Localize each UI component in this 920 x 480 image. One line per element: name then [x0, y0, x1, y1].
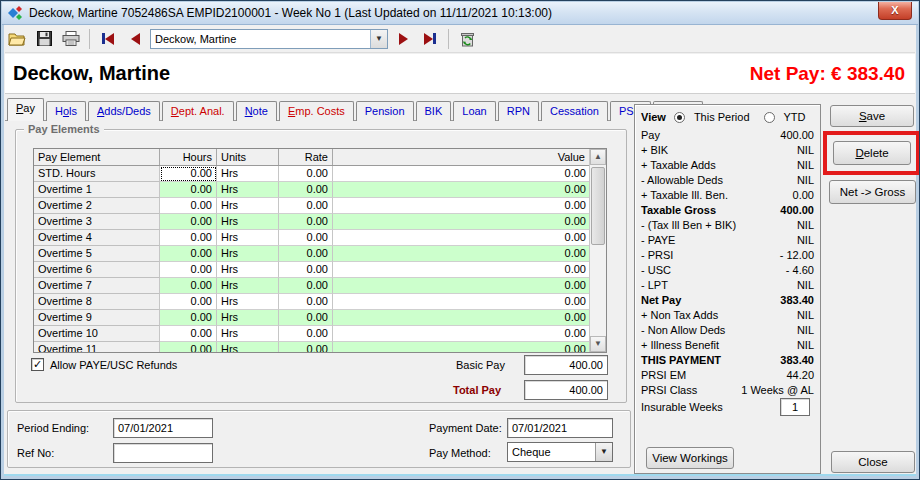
radio-ytd[interactable]	[764, 112, 775, 123]
pay-element-value-cell[interactable]: 0.00	[279, 326, 333, 342]
tab-pension[interactable]: Pension	[356, 101, 414, 121]
pay-element-value-cell[interactable]: Hrs	[217, 294, 279, 310]
tab-bik[interactable]: BIK	[416, 101, 452, 121]
chevron-down-icon[interactable]: ▼	[370, 30, 387, 48]
pay-element-value-cell[interactable]: Hrs	[217, 182, 279, 198]
summary-row-label: THIS PAYMENT	[641, 353, 721, 368]
pay-element-value-cell[interactable]: 0.00	[279, 214, 333, 230]
nav-last-icon[interactable]	[418, 28, 442, 50]
period-ending-input[interactable]	[113, 418, 213, 438]
pay-method-select[interactable]: Cheque ▼	[507, 442, 613, 462]
pay-element-value-cell[interactable]: 0.00	[279, 230, 333, 246]
pay-element-value-cell[interactable]: 0.00	[279, 182, 333, 198]
pay-element-value-cell[interactable]: 0.00	[333, 310, 590, 326]
pay-element-value-cell[interactable]: 0.00	[160, 262, 217, 278]
window-close-button[interactable]: X	[878, 2, 912, 20]
pay-element-value-cell[interactable]: 0.00	[279, 198, 333, 214]
pay-element-value-cell[interactable]: Hrs	[217, 262, 279, 278]
pay-element-value-cell[interactable]: 0.00	[333, 182, 590, 198]
payment-date-input[interactable]	[507, 418, 613, 438]
pay-element-value-cell[interactable]: 0.00	[333, 278, 590, 294]
pay-element-value-cell[interactable]: Hrs	[217, 198, 279, 214]
table-scrollbar[interactable]: ▲ ▼	[589, 149, 606, 352]
pay-element-value-cell[interactable]: 0.00	[279, 294, 333, 310]
total-pay-input[interactable]	[524, 380, 608, 400]
pay-element-value-cell[interactable]: 0.00	[333, 166, 590, 182]
allow-refunds-checkbox[interactable]: ✓	[31, 358, 44, 371]
nav-first-icon[interactable]	[96, 28, 120, 50]
pay-element-value-cell[interactable]: 0.00	[160, 214, 217, 230]
pay-element-value-cell[interactable]: 0.00	[333, 294, 590, 310]
tab-cessation[interactable]: Cessation	[541, 101, 608, 121]
tab-rpn[interactable]: RPN	[498, 101, 539, 121]
pay-element-value-cell[interactable]: 0.00	[160, 342, 217, 353]
insurable-weeks-input[interactable]	[780, 398, 810, 416]
net-to-gross-button[interactable]: Net -> Gross	[829, 180, 916, 204]
tab-emp-costs[interactable]: Emp. Costs	[279, 101, 354, 121]
pay-element-value-cell[interactable]: 0.00	[160, 198, 217, 214]
pay-element-value-cell[interactable]: 0.00	[160, 246, 217, 262]
save-button[interactable]: Save	[830, 105, 914, 127]
pay-element-value-cell[interactable]: 0.00	[333, 214, 590, 230]
tab-adds-deds[interactable]: Adds/Deds	[88, 101, 160, 121]
scroll-down-icon[interactable]: ▼	[590, 336, 606, 352]
toolbar-separator	[89, 29, 90, 49]
pay-element-value-cell[interactable]: 0.00	[333, 230, 590, 246]
table-row: Overtime 110.00Hrs0.000.00	[34, 342, 590, 353]
pay-element-value-cell[interactable]: 0.00	[279, 278, 333, 294]
pay-element-value-cell[interactable]: 0.00	[333, 262, 590, 278]
tab-loan[interactable]: Loan	[453, 101, 495, 121]
pay-element-value-cell[interactable]: Hrs	[217, 166, 279, 182]
pay-element-value-cell[interactable]: 0.00	[333, 342, 590, 353]
pay-element-name-cell: Overtime 5	[34, 246, 160, 262]
pay-element-value-cell[interactable]: 0.00	[160, 326, 217, 342]
save-icon[interactable]	[32, 28, 56, 50]
scrollbar-thumb[interactable]	[591, 167, 605, 245]
radio-ytd-label[interactable]: YTD	[784, 111, 806, 123]
pay-element-value-cell[interactable]: 0.00	[279, 342, 333, 353]
employee-selector[interactable]: Deckow, Martine ▼	[150, 29, 388, 49]
print-icon[interactable]	[59, 28, 83, 50]
pay-element-value-cell[interactable]: Hrs	[217, 278, 279, 294]
summary-row-value: NIL	[797, 218, 814, 233]
pay-element-value-cell[interactable]: 0.00	[279, 166, 333, 182]
ref-no-input[interactable]	[113, 443, 213, 463]
pay-element-value-cell[interactable]: 0.00	[160, 182, 217, 198]
pay-element-value-cell[interactable]: Hrs	[217, 214, 279, 230]
summary-row-label: + Taxable Ill. Ben.	[641, 188, 728, 203]
pay-element-value-cell[interactable]: 0.00	[333, 246, 590, 262]
pay-element-value-cell[interactable]: 0.00	[333, 198, 590, 214]
pay-element-value-cell[interactable]: Hrs	[217, 310, 279, 326]
chevron-down-icon[interactable]: ▼	[595, 443, 612, 461]
pay-element-value-cell[interactable]: Hrs	[217, 246, 279, 262]
pay-element-value-cell[interactable]: 0.00	[160, 278, 217, 294]
pay-element-value-cell[interactable]: Hrs	[217, 342, 279, 353]
open-folder-icon[interactable]	[5, 28, 29, 50]
tab-hols[interactable]: Hols	[46, 101, 86, 121]
pay-element-value-cell[interactable]: Hrs	[217, 326, 279, 342]
recycle-bin-icon[interactable]	[455, 28, 479, 50]
radio-this-period[interactable]	[674, 112, 685, 123]
pay-element-value-cell[interactable]: 0.00	[160, 166, 217, 182]
pay-element-value-cell[interactable]: 0.00	[160, 230, 217, 246]
nav-next-icon[interactable]	[391, 28, 415, 50]
scroll-up-icon[interactable]: ▲	[590, 149, 606, 165]
nav-prev-icon[interactable]	[123, 28, 147, 50]
title-bar[interactable]: Deckow, Martine 7052486SA EMPID2100001 -…	[2, 2, 918, 25]
table-row: Overtime 40.00Hrs0.000.00	[34, 230, 590, 246]
delete-button[interactable]: Delete	[833, 141, 911, 165]
radio-this-period-label[interactable]: This Period	[694, 111, 750, 123]
pay-element-value-cell[interactable]: 0.00	[160, 294, 217, 310]
tab-dept-anal[interactable]: Dept. Anal.	[162, 101, 234, 121]
view-workings-button[interactable]: View Workings	[646, 447, 734, 469]
tab-note[interactable]: Note	[236, 101, 277, 121]
pay-element-value-cell[interactable]: 0.00	[279, 310, 333, 326]
pay-element-value-cell[interactable]: Hrs	[217, 230, 279, 246]
basic-pay-input[interactable]	[524, 355, 608, 375]
pay-element-value-cell[interactable]: 0.00	[279, 262, 333, 278]
pay-element-value-cell[interactable]: 0.00	[160, 310, 217, 326]
pay-element-value-cell[interactable]: 0.00	[279, 246, 333, 262]
tab-pay[interactable]: Pay	[7, 98, 44, 121]
close-button[interactable]: Close	[831, 451, 915, 473]
pay-element-value-cell[interactable]: 0.00	[333, 326, 590, 342]
